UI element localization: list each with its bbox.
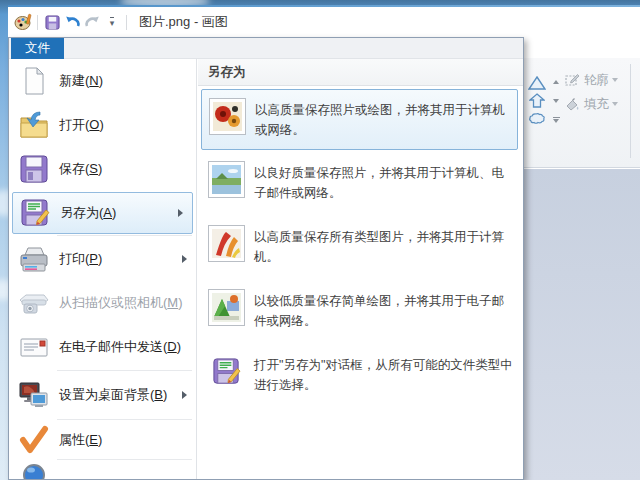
menu-item-label: 从扫描仪或照相机(M)	[59, 294, 183, 312]
menu-item-open[interactable]: 打开(O)	[9, 103, 196, 147]
about-paint-icon	[22, 461, 46, 480]
menu-separator	[57, 235, 192, 236]
shape-up-arrow-button[interactable]	[526, 92, 548, 109]
gif-picture-icon	[208, 289, 245, 326]
shape-cloud-callout-button[interactable]	[526, 110, 548, 127]
shapes-scroll-up-button[interactable]	[549, 75, 563, 88]
png-picture-icon	[209, 98, 246, 135]
submenu-item-description: 以良好质量保存照片，并将其用于计算机、电子邮件或网络。	[254, 163, 514, 203]
menu-item-label: 另存为(A)	[60, 204, 116, 222]
outline-dropdown-icon	[612, 78, 618, 82]
submenu-item-description: 打开"另存为"对话框，从所有可能的文件类型中进行选择。	[254, 355, 514, 395]
save-as-floppy-pencil-icon	[19, 197, 51, 229]
file-menu-dropdown: 文件 新建(N)	[8, 37, 524, 480]
file-menu-top-strip	[9, 38, 523, 59]
other-formats-floppy-icon	[208, 353, 245, 390]
properties-checkmark-icon	[18, 424, 50, 456]
menu-separator	[57, 459, 192, 460]
new-document-icon	[18, 65, 50, 97]
submenu-item-description: 以高质量保存所有类型图片，并将其用于计算机。	[254, 227, 514, 267]
undo-icon[interactable]	[62, 11, 82, 33]
menu-item-about-paint[interactable]	[9, 461, 196, 480]
save-icon[interactable]	[42, 11, 62, 33]
printer-icon	[18, 243, 50, 275]
submenu-arrow-icon	[182, 255, 187, 263]
shapes-gallery-more-button[interactable]	[549, 113, 563, 126]
fill-label: 填充	[584, 96, 609, 113]
redo-icon[interactable]	[82, 11, 102, 33]
shape-triangle-button[interactable]	[526, 74, 548, 91]
submenu-arrow-icon	[182, 391, 187, 399]
menu-item-new[interactable]: 新建(N)	[9, 59, 196, 103]
paint-window: ▾ 图片.png - 画图	[8, 5, 640, 480]
menu-separator	[57, 370, 192, 371]
menu-item-save-as[interactable]: 另存为(A)	[12, 192, 193, 234]
scanner-camera-icon	[18, 287, 50, 319]
canvas-workspace	[523, 169, 640, 480]
paint-logo-icon	[13, 11, 33, 33]
menu-item-send-in-email[interactable]: 在电子邮件中发送(D)	[9, 325, 196, 369]
shapes-scroll-down-button[interactable]	[549, 94, 563, 107]
ribbon-group-separator	[630, 64, 631, 158]
desktop-background-monitors-icon	[18, 379, 50, 411]
title-bar: ▾ 图片.png - 画图	[8, 7, 640, 37]
tab-file[interactable]: 文件	[11, 38, 64, 59]
menu-item-label: 属性(E)	[59, 431, 102, 449]
menu-item-label: 新建(N)	[59, 72, 103, 90]
shape-fill-button[interactable]: 填充	[565, 95, 618, 113]
submenu-item-description: 以较低质量保存简单绘图，并将其用于电子邮件或网络。	[254, 291, 514, 331]
menu-item-properties[interactable]: 属性(E)	[9, 421, 196, 458]
outline-label: 轮廓	[584, 72, 609, 89]
ribbon-shapes-fragment: 轮廓 填充	[523, 58, 640, 168]
submenu-item-png[interactable]: 以高质量保存照片或绘图，并将其用于计算机或网络。	[201, 89, 518, 150]
window-title: 图片.png - 画图	[139, 13, 228, 31]
jpeg-picture-icon	[208, 161, 245, 198]
shape-outline-button[interactable]: 轮廓	[565, 71, 618, 89]
submenu-item-other-formats[interactable]: 打开"另存为"对话框，从所有可能的文件类型中进行选择。	[201, 345, 518, 406]
submenu-item-bmp[interactable]: 以高质量保存所有类型图片，并将其用于计算机。	[201, 217, 518, 278]
menu-item-label: 打印(P)	[59, 250, 102, 268]
menu-item-label: 保存(S)	[59, 160, 102, 178]
submenu-item-gif[interactable]: 以较低质量保存简单绘图，并将其用于电子邮件或网络。	[201, 281, 518, 342]
save-as-submenu: 另存为 以高质量保存照片或绘图，并将其用于计算机或网络。	[198, 59, 523, 479]
submenu-item-jpeg[interactable]: 以良好质量保存照片，并将其用于计算机、电子邮件或网络。	[201, 153, 518, 214]
menu-item-save[interactable]: 保存(S)	[9, 147, 196, 191]
submenu-item-description: 以高质量保存照片或绘图，并将其用于计算机或网络。	[255, 100, 515, 140]
menu-item-from-scanner-or-camera[interactable]: 从扫描仪或照相机(M)	[9, 281, 196, 325]
fill-bucket-icon	[565, 97, 580, 111]
customize-toolbar-dropdown-icon[interactable]: ▾	[102, 11, 122, 33]
menu-item-label: 设置为桌面背景(B)	[59, 386, 167, 404]
menu-item-label: 在电子邮件中发送(D)	[59, 338, 181, 356]
save-as-submenu-header: 另存为	[198, 59, 523, 86]
submenu-arrow-icon	[178, 209, 183, 217]
menu-item-print[interactable]: 打印(P)	[9, 237, 196, 281]
fill-dropdown-icon	[612, 102, 618, 106]
menu-item-set-as-desktop-background[interactable]: 设置为桌面背景(B)	[9, 372, 196, 418]
toolbar-separator	[126, 15, 127, 30]
menu-item-label: 打开(O)	[59, 116, 104, 134]
save-floppy-icon	[18, 153, 50, 185]
open-folder-icon	[18, 109, 50, 141]
desktop-background: ▾ 图片.png - 画图	[0, 0, 640, 480]
menu-separator	[57, 419, 192, 420]
bmp-picture-icon	[208, 225, 245, 262]
toolbar-separator	[37, 15, 38, 30]
email-envelope-icon	[18, 331, 50, 363]
outline-pencil-icon	[565, 73, 580, 87]
file-menu-items: 新建(N) 打开(O)	[9, 59, 197, 479]
